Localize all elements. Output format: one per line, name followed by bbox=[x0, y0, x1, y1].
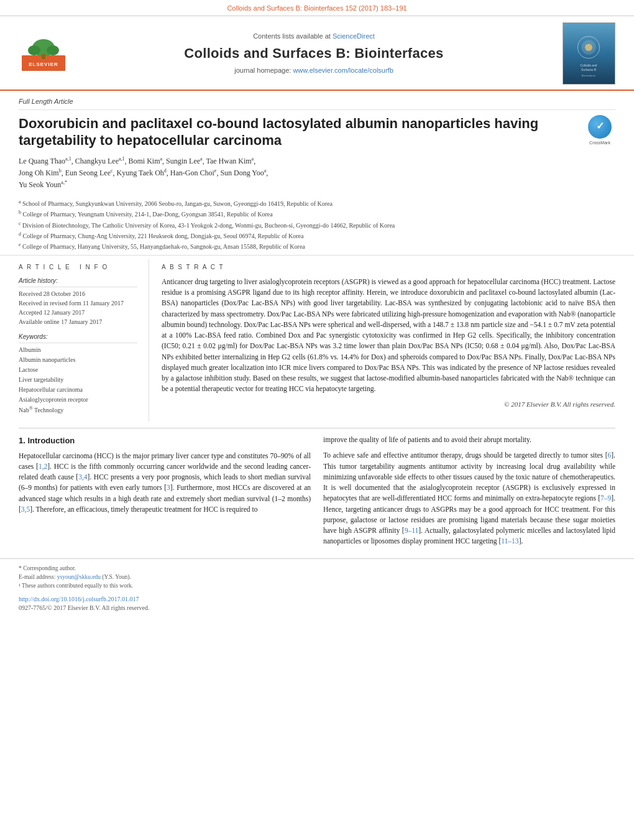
keyword-nanoparticles: Albumin nanoparticles bbox=[19, 355, 137, 365]
doi-link[interactable]: http://dx.doi.org/10.1016/j.colsurfb.201… bbox=[19, 596, 139, 602]
keywords-title: Keywords: bbox=[19, 333, 137, 343]
article-type-bar: Full Length Article bbox=[0, 93, 634, 109]
article-history-title: Article history: bbox=[19, 277, 137, 287]
email-link[interactable]: ysyoun@skku.edu bbox=[57, 574, 101, 580]
sciencedirect-link[interactable]: ScienceDirect bbox=[333, 32, 375, 40]
intro-col2-para2: To achieve safe and effective antitumor … bbox=[323, 450, 615, 547]
page-footer: * Corresponding author. E-mail address: … bbox=[0, 558, 634, 593]
svg-text:Biointerfaces: Biointerfaces bbox=[582, 74, 596, 77]
intro-col-right: improve the quality of life of patients … bbox=[323, 435, 615, 552]
journal-cover-image: Colloids and Surfaces B Biointerfaces bbox=[563, 22, 615, 85]
affiliations: a School of Pharmacy, Sungkyunkwan Unive… bbox=[0, 195, 634, 256]
crossmark-icon: ✓ bbox=[588, 115, 612, 139]
svg-point-3 bbox=[28, 45, 40, 55]
keyword-lactose: Lactose bbox=[19, 365, 137, 375]
header-right: Colloids and Surfaces B Biointerfaces bbox=[559, 22, 615, 85]
affiliation-a: a School of Pharmacy, Sungkyunkwan Unive… bbox=[19, 198, 615, 208]
intro-col-left: 1. Introduction Hepatocellular carcinoma… bbox=[19, 435, 311, 552]
ref-6[interactable]: 6 bbox=[608, 451, 612, 459]
ref-3-5[interactable]: 3,5 bbox=[21, 505, 30, 513]
header-center: Contents lists available at ScienceDirec… bbox=[75, 32, 553, 75]
affiliation-e: e College of Pharmacy, Hanyang Universit… bbox=[19, 241, 615, 251]
article-info-heading: A R T I C L E I N F O bbox=[19, 263, 137, 272]
journal-homepage: journal homepage: www.elsevier.com/locat… bbox=[75, 66, 553, 75]
ref-3[interactable]: 3 bbox=[167, 484, 170, 491]
keyword-hcc: Hepatocellular carcinoma bbox=[19, 385, 137, 395]
crossmark-badge[interactable]: ✓ CrossMark bbox=[584, 115, 615, 146]
article-main-title: Doxorubicin and paclitaxel co-bound lact… bbox=[19, 115, 575, 149]
affiliation-d: d College of Pharmacy, Chung-Ang Univers… bbox=[19, 231, 615, 241]
abstract-heading: A B S T R A C T bbox=[162, 263, 615, 272]
available-date: Available online 17 January 2017 bbox=[19, 317, 137, 326]
journal-top-bar: Colloids and Surfaces B: Biointerfaces 1… bbox=[0, 0, 634, 16]
ref-11-13[interactable]: 11–13 bbox=[501, 537, 518, 545]
accepted-date: Accepted 12 January 2017 bbox=[19, 308, 137, 317]
received-date: Received 28 October 2016 bbox=[19, 289, 137, 298]
svg-point-4 bbox=[47, 45, 59, 55]
article-header: Doxorubicin and paclitaxel co-bound lact… bbox=[0, 110, 634, 195]
article-info-abstract-section: A R T I C L E I N F O Article history: R… bbox=[0, 259, 634, 422]
journal-citation: Colloids and Surfaces B: Biointerfaces 1… bbox=[227, 4, 407, 12]
abstract-copyright: © 2017 Elsevier B.V. All rights reserved… bbox=[162, 400, 615, 409]
keywords-block: Keywords: Albumin Albumin nanoparticles … bbox=[19, 333, 137, 415]
issn-line: 0927-7765/© 2017 Elsevier B.V. All right… bbox=[19, 604, 149, 611]
svg-text:Colloids and: Colloids and bbox=[581, 65, 597, 68]
keyword-asgpr: Asialoglycoprotein receptor bbox=[19, 395, 137, 405]
article-info-col: A R T I C L E I N F O Article history: R… bbox=[19, 259, 149, 422]
keyword-albumin: Albumin bbox=[19, 345, 137, 355]
ref-1-2[interactable]: 1,2 bbox=[39, 463, 47, 470]
keyword-liver: Liver targetability bbox=[19, 375, 137, 385]
abstract-col: A B S T R A C T Anticancer drug targetin… bbox=[149, 259, 615, 422]
doi-bar: http://dx.doi.org/10.1016/j.colsurfb.201… bbox=[0, 593, 634, 612]
article-history-block: Article history: Received 28 October 201… bbox=[19, 277, 137, 326]
email-suffix: (Y.S. Youn). bbox=[102, 574, 131, 580]
email-label: E-mail address: bbox=[19, 574, 55, 580]
article-title-block: Doxorubicin and paclitaxel co-bound lact… bbox=[19, 115, 575, 195]
footer-corresponding: * Corresponding author. E-mail address: … bbox=[19, 564, 615, 582]
received-revised-date: Received in revised form 11 January 2017 bbox=[19, 298, 137, 308]
svg-text:ELSEVIER: ELSEVIER bbox=[29, 62, 58, 67]
intro-col2-para1: improve the quality of life of patients … bbox=[323, 435, 615, 445]
journal-title: Colloids and Surfaces B: Biointerfaces bbox=[75, 44, 553, 63]
introduction-section: 1. Introduction Hepatocellular carcinoma… bbox=[0, 435, 634, 552]
header-left: ELSEVIER bbox=[19, 37, 68, 71]
footer-footnote1: ¹ These authors contributed equally to t… bbox=[19, 581, 615, 590]
crossmark-label: CrossMark bbox=[589, 140, 610, 146]
svg-rect-5 bbox=[42, 54, 45, 59]
contents-line: Contents lists available at ScienceDirec… bbox=[75, 32, 553, 41]
intro-section-title: 1. Introduction bbox=[19, 435, 311, 447]
elsevier-logo-icon: ELSEVIER bbox=[22, 37, 65, 71]
svg-point-9 bbox=[585, 44, 592, 52]
article-type-label: Full Length Article bbox=[19, 97, 615, 109]
page-wrapper: Colloids and Surfaces B: Biointerfaces 1… bbox=[0, 0, 634, 840]
affiliation-c: c Division of Biotechnology, The Catholi… bbox=[19, 220, 615, 230]
ref-7-9[interactable]: 7–9 bbox=[600, 494, 611, 502]
article-authors: Le Quang Thaoa,1, Changkyu Leea,1, Bomi … bbox=[19, 155, 575, 192]
ref-3-4[interactable]: 3,4 bbox=[78, 473, 87, 481]
homepage-url[interactable]: www.elsevier.com/locate/colsurfb bbox=[293, 67, 393, 74]
header-area: ELSEVIER Contents lists available at Sci… bbox=[0, 16, 634, 91]
ref-9-11[interactable]: 9–11 bbox=[405, 527, 419, 534]
affiliation-b: b College of Pharmacy, Yeungnam Universi… bbox=[19, 209, 615, 219]
intro-col1-para1: Hepatocellular carcinoma (HCC) is the ma… bbox=[19, 451, 311, 515]
section-divider bbox=[19, 428, 615, 428]
keyword-nab: Nab® Technology bbox=[19, 405, 137, 415]
svg-text:Surfaces B: Surfaces B bbox=[581, 69, 596, 72]
abstract-text: Anticancer drug targeting to liver asial… bbox=[162, 277, 615, 395]
